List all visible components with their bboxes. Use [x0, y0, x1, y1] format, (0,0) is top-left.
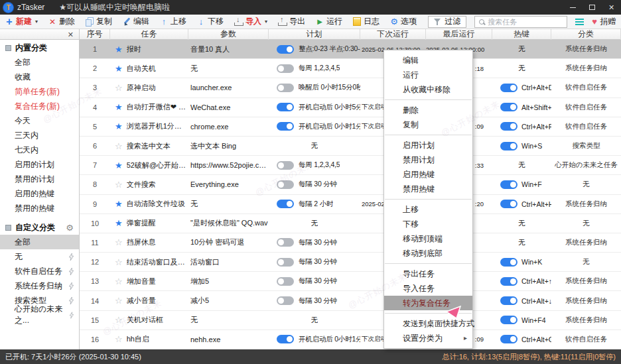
toggle-off[interactable]	[277, 277, 294, 286]
context-menu-item[interactable]: 删除	[384, 103, 472, 117]
table-row[interactable]: 6 ☆ 搜索选中文本 选中文本 Bing 无 Win+S 搜索类型	[80, 137, 621, 156]
favorite-star-icon[interactable]: ★	[115, 103, 123, 111]
context-menu-item[interactable]: 导出任务	[384, 267, 472, 281]
list-view-icon[interactable]	[575, 19, 584, 20]
sidebar-item[interactable]: 今天	[0, 113, 79, 128]
toggle-on[interactable]	[277, 45, 294, 54]
toggle-on[interactable]	[500, 316, 518, 324]
context-menu-item[interactable]: 导入任务	[384, 281, 472, 296]
column-header[interactable]: 分类	[551, 29, 621, 40]
donate-button[interactable]: ♥ 捐赠	[592, 16, 616, 27]
table-row[interactable]: 3 ☆ 原神启动 launcher.exe 唤醒后 0小时15分0秒 Ctrl+…	[80, 78, 621, 97]
context-menu-item[interactable]: 下移	[384, 217, 472, 231]
toggle-on[interactable]	[500, 296, 518, 305]
context-menu-item[interactable]: 禁用热键	[384, 182, 472, 196]
column-header[interactable]: 下次运行	[360, 29, 426, 40]
toolbar-button-copy[interactable]: 复制	[86, 16, 112, 27]
toolbar-button-arrow-down[interactable]: ↓ 下移	[197, 16, 224, 27]
sidebar-item[interactable]: 复合任务(新)	[0, 99, 79, 113]
table-row[interactable]: 5 ★ 浏览器开机1分钟后启动 chrome.exe 开机启动后 0小时1分0秒…	[80, 117, 621, 137]
favorite-star-icon[interactable]: ☆	[115, 258, 123, 267]
caret-down-icon[interactable]: ▾	[35, 19, 38, 25]
context-menu-item[interactable]: 运行	[384, 68, 472, 82]
toggle-on[interactable]	[277, 200, 294, 208]
table-row[interactable]: 14 ☆ 减小音量 减小5 每隔 30 分钟 Ctrl+Alt+↓ 系统任务归纳	[80, 291, 621, 310]
sidebar-item[interactable]: 简单任务(新)	[0, 84, 79, 99]
toggle-on[interactable]	[500, 142, 518, 151]
minimize-button[interactable]	[563, 0, 583, 15]
toggle-on[interactable]	[500, 180, 518, 189]
close-button[interactable]: ✕	[602, 0, 621, 15]
maximize-button[interactable]	[583, 0, 602, 15]
sidebar-item[interactable]: 禁用的计划	[0, 172, 79, 186]
favorite-star-icon[interactable]: ☆	[115, 180, 123, 189]
toggle-on[interactable]	[500, 335, 518, 343]
sidebar-item[interactable]: 启用的计划	[0, 157, 79, 172]
toggle-off[interactable]	[277, 64, 294, 73]
toggle-off[interactable]	[277, 258, 294, 267]
column-header[interactable]: 最后运行	[426, 29, 492, 40]
column-header[interactable]: 任务	[110, 29, 188, 40]
table-row[interactable]: 8 ☆ 文件搜索 Everything.exe 每隔 30 分钟 Win+F 无	[80, 175, 621, 194]
context-menu-item[interactable]: 移动到底部	[384, 246, 472, 261]
toggle-on[interactable]	[277, 122, 294, 131]
column-header[interactable]: 参数	[188, 29, 269, 40]
toolbar-button-import[interactable]: 导入 ▾	[234, 16, 267, 27]
context-menu-item[interactable]: 启用热键	[384, 167, 472, 182]
favorite-star-icon[interactable]: ☆	[115, 277, 123, 286]
table-row[interactable]: 1 ★ 报时 音量10 真人 整点:0-23 半点:0:30-2... 2025…	[80, 40, 621, 59]
column-header[interactable]: 序号	[80, 29, 110, 40]
toggle-off[interactable]	[277, 161, 294, 170]
favorite-star-icon[interactable]: ★	[115, 122, 123, 131]
toggle-on[interactable]	[500, 103, 518, 111]
sidebar-item[interactable]: 启用的热键	[0, 186, 79, 201]
favorite-star-icon[interactable]: ☆	[115, 296, 123, 305]
column-header[interactable]: 热键	[492, 29, 551, 40]
favorite-star-icon[interactable]: ☆	[115, 238, 123, 247]
toggle-off[interactable]	[277, 180, 294, 189]
category-settings-gear-icon[interactable]: ⚙	[66, 223, 74, 233]
toolbar-button-play[interactable]: ▶ 运行	[316, 16, 342, 27]
sidebar-item[interactable]: 软件自启任务	[0, 264, 79, 278]
toggle-on[interactable]	[500, 84, 518, 92]
toolbar-button-pencil[interactable]: 编辑	[123, 16, 149, 27]
toggle-on[interactable]	[500, 122, 518, 131]
favorite-star-icon[interactable]: ★	[115, 45, 123, 54]
section-checkbox-icon[interactable]	[5, 225, 11, 231]
sidebar-item[interactable]: 全部	[0, 235, 79, 249]
toggle-off[interactable]	[277, 238, 294, 247]
toolbar-button-close-x[interactable]: ✕ 删除	[48, 16, 75, 27]
toolbar-button-log[interactable]: 日志	[353, 16, 380, 27]
favorite-star-icon[interactable]: ☆	[115, 335, 123, 343]
sidebar-item[interactable]: 无	[0, 249, 79, 264]
sidebar-item[interactable]: 心开始の未来之...	[0, 308, 79, 322]
table-row[interactable]: 2 ★ 自动关机 无 每周 1,2,3,4,5 :18 无 系统任务归纳	[80, 59, 621, 78]
column-header[interactable]: 计划	[269, 29, 360, 40]
sidebar-item[interactable]: 收藏	[0, 70, 79, 84]
toggle-on[interactable]	[500, 277, 518, 286]
table-row[interactable]: 10 ★ 弹窗提醒 "是时候休息啦" QQ.wav 无 无 无	[80, 214, 621, 233]
favorite-star-icon[interactable]: ★	[115, 219, 123, 227]
toggle-off[interactable]	[277, 296, 294, 305]
sidebar-close-icon[interactable]: ✕	[68, 30, 74, 40]
favorite-star-icon[interactable]: ★	[115, 161, 123, 170]
toggle-off[interactable]	[277, 84, 294, 92]
toolbar-button-export[interactable]: 导出	[278, 16, 305, 27]
table-row[interactable]: 16 ☆ hh自启 nehh.exe 开机启动后 0小时1分0秒 下次启动 :0…	[80, 330, 621, 349]
context-menu-item[interactable]: 从收藏中移除	[384, 82, 472, 97]
context-menu-item[interactable]: 复制	[384, 117, 472, 132]
table-row[interactable]: 9 ★ 自动清除文件垃圾 无 每隔 2 小时 2025-02-06 :20 Ct…	[80, 195, 621, 214]
table-row[interactable]: 13 ☆ 增加音量 增加5 每隔 30 分钟 Ctrl+Alt+↑ 系统任务归纳	[80, 272, 621, 291]
table-row[interactable]: 7 ★ 52破解@心开始の未来 https://www.52pojie.cn/h…	[80, 156, 621, 175]
sidebar-item[interactable]: 全部	[0, 55, 79, 70]
filter-button[interactable]: 过滤	[428, 16, 466, 28]
sidebar-item[interactable]: 系统任务归纳	[0, 278, 79, 293]
toolbar-button-gear[interactable]: ⚙ 选项	[390, 16, 417, 27]
table-row[interactable]: 12 ☆ 结束活动窗口及其进程 活动窗口 每隔 30 分钟 Win+K 无	[80, 253, 621, 272]
context-menu-item[interactable]: 上移	[384, 202, 472, 217]
context-menu-item[interactable]: 编辑	[384, 53, 472, 68]
context-menu-item[interactable]: 移动到顶端	[384, 231, 472, 246]
favorite-star-icon[interactable]: ★	[115, 64, 123, 73]
toggle-on[interactable]	[277, 335, 294, 343]
table-row[interactable]: 15 ☆ 关机对话框 无 无 Win+F4 系统任务归纳	[80, 311, 621, 330]
